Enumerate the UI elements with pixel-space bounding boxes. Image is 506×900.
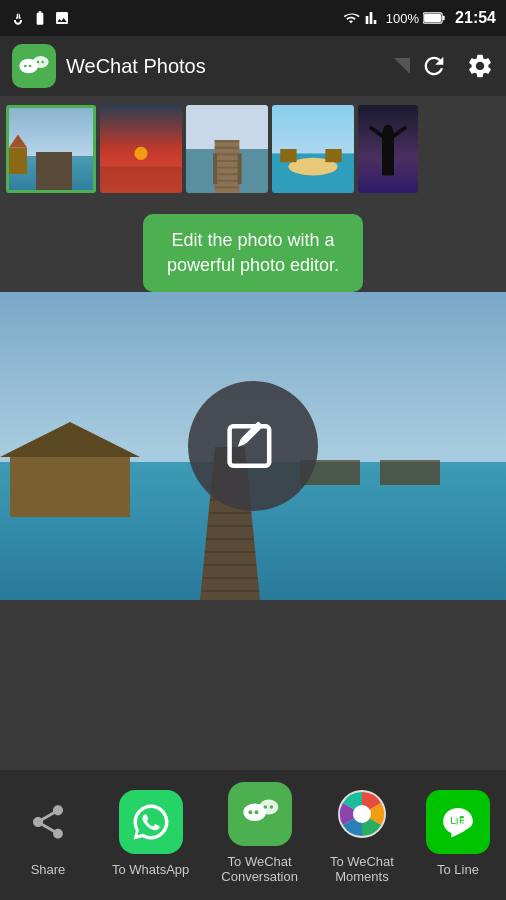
wechat-conv-icon — [239, 793, 281, 835]
wechat-moments-icon-wrap — [330, 782, 394, 846]
app-bar: WeChat Photos — [0, 36, 506, 96]
svg-rect-1 — [443, 16, 445, 20]
svg-point-16 — [263, 805, 267, 809]
svg-point-19 — [353, 805, 371, 823]
status-left-icons — [10, 10, 70, 26]
line-icon-wrap — [426, 790, 490, 854]
svg-point-14 — [248, 810, 252, 814]
edit-icon — [217, 410, 289, 482]
svg-point-4 — [33, 56, 49, 68]
thumbnail-3[interactable] — [186, 105, 268, 193]
svg-point-13 — [259, 800, 278, 815]
photo-strip — [0, 96, 506, 202]
bottom-nav: Share To WhatsApp To WeChat Conversation — [0, 770, 506, 900]
main-photo[interactable] — [0, 292, 506, 600]
wechat-conv-icon-wrap — [228, 782, 292, 846]
whatsapp-button[interactable]: To WhatsApp — [112, 790, 189, 877]
edit-overlay[interactable] — [188, 381, 318, 511]
battery-percent: 100% — [386, 11, 419, 26]
line-button[interactable]: To Line — [426, 790, 490, 877]
wechat-conv-label: To WeChat Conversation — [221, 854, 298, 884]
thumbnail-4[interactable] — [272, 105, 354, 193]
status-bar: 100% 21:54 — [0, 0, 506, 36]
usb-icon — [10, 10, 26, 26]
battery-icon — [423, 11, 445, 25]
whatsapp-icon-wrap — [119, 790, 183, 854]
share-icon-wrap — [16, 790, 80, 854]
status-time: 21:54 — [455, 9, 496, 27]
wechat-conv-button[interactable]: To WeChat Conversation — [221, 782, 298, 884]
battery-small-icon — [32, 10, 48, 26]
share-label: Share — [31, 862, 66, 877]
whatsapp-icon — [130, 801, 172, 843]
moments-icon — [336, 788, 388, 840]
wechat-app-icon — [12, 44, 56, 88]
line-label: To Line — [437, 862, 479, 877]
settings-button[interactable] — [466, 52, 494, 80]
app-bar-icons — [420, 52, 494, 80]
thumbnail-1[interactable] — [6, 105, 96, 193]
wechat-moments-label: To WeChat Moments — [330, 854, 394, 884]
svg-point-6 — [29, 65, 32, 68]
status-right-icons: 100% 21:54 — [342, 9, 496, 27]
whatsapp-label: To WhatsApp — [112, 862, 189, 877]
svg-rect-2 — [424, 14, 441, 22]
wifi-icon — [342, 10, 360, 26]
refresh-button[interactable] — [420, 52, 448, 80]
tooltip-line2: powerful photo editor. — [167, 255, 339, 275]
app-title: WeChat Photos — [66, 55, 394, 78]
line-icon — [437, 801, 479, 843]
svg-point-7 — [37, 61, 39, 63]
thumbnail-2[interactable] — [100, 105, 182, 193]
tooltip-bubble: Edit the photo with a powerful photo edi… — [143, 214, 363, 292]
image-icon — [54, 10, 70, 26]
svg-point-8 — [41, 61, 43, 63]
svg-point-5 — [24, 65, 27, 68]
share-icon — [26, 802, 70, 842]
share-button[interactable]: Share — [16, 790, 80, 877]
tooltip-line1: Edit the photo with a — [171, 230, 334, 250]
corner-decoration — [394, 58, 410, 74]
svg-point-15 — [254, 810, 258, 814]
svg-point-17 — [269, 805, 273, 809]
signal-icon — [364, 10, 382, 26]
tooltip-area: Edit the photo with a powerful photo edi… — [0, 202, 506, 292]
thumbnail-5[interactable] — [358, 105, 418, 193]
wechat-moments-button[interactable]: To WeChat Moments — [330, 782, 394, 884]
